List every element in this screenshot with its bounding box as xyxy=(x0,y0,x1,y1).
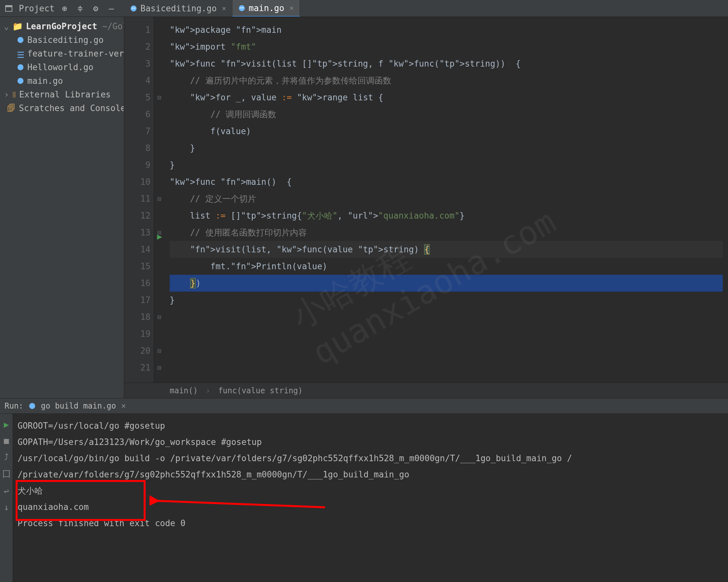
root-name: LearnGoProject xyxy=(26,22,97,31)
project-tree: ⌄ 📁 LearnGoProject ~/Gola Basicediting.g… xyxy=(0,17,124,115)
jump-icon[interactable]: ⤴ xyxy=(4,452,8,462)
svg-point-4 xyxy=(134,7,135,9)
top-bar: Project ⊕ ≑ ⚙ — Basicediting.go × main.g… xyxy=(0,0,728,17)
close-icon[interactable]: × xyxy=(121,401,126,411)
library-icon: ⫴ xyxy=(12,90,16,100)
tree-root[interactable]: ⌄ 📁 LearnGoProject ~/Gola xyxy=(2,20,124,33)
line-number: 14 xyxy=(124,241,151,258)
svg-rect-1 xyxy=(5,5,12,7)
stop-icon[interactable]: ■ xyxy=(4,436,9,446)
line-number: 12 xyxy=(124,207,151,224)
svg-point-5 xyxy=(239,5,245,11)
svg-point-9 xyxy=(18,64,23,70)
project-view-icon[interactable] xyxy=(3,3,14,14)
line-number: 4 xyxy=(124,72,151,89)
tree-file[interactable]: main.go xyxy=(2,74,124,88)
tree-file[interactable]: ☰ feature-trainer-versio xyxy=(2,47,124,60)
tree-file-label: main.go xyxy=(27,76,63,86)
line-number: 13▶ xyxy=(124,224,151,241)
list-file-icon: ☰ xyxy=(17,50,24,57)
run-gutter-icon[interactable]: ▶ xyxy=(157,228,162,245)
run-label: Run: xyxy=(4,401,23,411)
project-sidebar[interactable]: ⌄ 📁 LearnGoProject ~/Gola Basicediting.g… xyxy=(0,17,124,398)
toolbar-left: Project ⊕ ≑ ⚙ — xyxy=(0,3,124,14)
svg-point-10 xyxy=(18,78,23,84)
line-number: 5 xyxy=(124,89,151,106)
tree-file-label: Helloworld.go xyxy=(27,62,94,72)
chevron-right-icon: › xyxy=(206,386,210,395)
layout-icon[interactable]: 囗 xyxy=(2,468,11,480)
line-number: 20 xyxy=(124,342,151,359)
tree-file[interactable]: Helloworld.go xyxy=(2,60,124,74)
breadcrumb-item[interactable]: func(value string) xyxy=(218,386,303,395)
gear-icon[interactable]: ⚙ xyxy=(90,3,101,14)
tree-file-label: feature-trainer-versio xyxy=(27,49,124,58)
project-label[interactable]: Project xyxy=(19,4,55,13)
line-number: 2 xyxy=(124,38,151,55)
svg-point-3 xyxy=(132,7,133,9)
tree-ext-libraries[interactable]: › ⫴ External Libraries xyxy=(2,88,124,101)
line-number: 7 xyxy=(124,123,151,140)
svg-point-8 xyxy=(18,37,23,43)
breadcrumb[interactable]: main() › func(value string) xyxy=(124,383,728,398)
annotation-box xyxy=(16,480,146,521)
line-number: 19 xyxy=(124,326,151,342)
minimize-icon[interactable]: — xyxy=(106,3,117,14)
line-number: 17 xyxy=(124,292,151,308)
close-icon[interactable]: × xyxy=(290,4,294,12)
annotation-arrow xyxy=(150,494,332,514)
run-config-name[interactable]: go build main.go xyxy=(41,401,116,411)
svg-point-2 xyxy=(131,5,136,11)
console-output[interactable]: GOROOT=/usr/local/go #gosetupGOPATH=/Use… xyxy=(13,414,728,582)
editor: 1 2 3 4 5 6 7 8 9 10 11 12 13▶ 14 15 16 … xyxy=(124,17,728,398)
target-icon[interactable]: ⊕ xyxy=(59,3,70,14)
fold-strip[interactable]: ⊟ ⊟ ⊟ ⊟⊟⊟ xyxy=(154,17,164,383)
source-code[interactable]: "kw">package "fn">main"kw">import "fmt""… xyxy=(164,17,728,383)
svg-point-7 xyxy=(242,7,243,8)
tree-scratches[interactable]: 🗐 Scratches and Consoles xyxy=(2,101,124,115)
tree-file-label: Basicediting.go xyxy=(27,35,104,45)
chevron-right-icon[interactable]: › xyxy=(4,90,9,100)
line-number: 11 xyxy=(124,190,151,207)
line-number: 9 xyxy=(124,157,151,173)
rerun-icon[interactable]: ▶ xyxy=(4,420,9,429)
line-number: 10 xyxy=(124,173,151,190)
folder-icon: 📁 xyxy=(12,22,23,31)
run-tool-header[interactable]: Run: go build main.go × xyxy=(0,398,728,414)
scratches-icon: 🗐 xyxy=(7,103,16,113)
line-number: 6 xyxy=(124,106,151,123)
line-number: 15 xyxy=(124,258,151,275)
run-gutter[interactable]: ▶ ■ ⤴ 囗 ↩ ↓ xyxy=(0,414,13,582)
main-area: ⌄ 📁 LearnGoProject ~/Gola Basicediting.g… xyxy=(0,17,728,398)
tab-main[interactable]: main.go × xyxy=(232,0,300,17)
breadcrumb-item[interactable]: main() xyxy=(170,386,198,395)
ext-lib-label: External Libraries xyxy=(19,90,111,100)
close-icon[interactable]: × xyxy=(222,4,226,12)
root-path: ~/Gola xyxy=(102,22,124,31)
tab-label: Basicediting.go xyxy=(140,4,217,13)
tab-label: main.go xyxy=(249,3,284,13)
scratches-label: Scratches and Consoles xyxy=(19,103,124,113)
chevron-down-icon[interactable]: ⌄ xyxy=(4,22,9,31)
line-number: 1 xyxy=(124,22,151,38)
svg-line-12 xyxy=(156,501,325,507)
scroll-icon[interactable]: ↓ xyxy=(4,502,9,512)
line-number: 3 xyxy=(124,55,151,72)
svg-point-6 xyxy=(240,7,241,8)
run-panel: ▶ ■ ⤴ 囗 ↩ ↓ GOROOT=/usr/local/go #gosetu… xyxy=(0,414,728,582)
tab-basicediting[interactable]: Basicediting.go × xyxy=(124,0,232,17)
line-gutter[interactable]: 1 2 3 4 5 6 7 8 9 10 11 12 13▶ 14 15 16 … xyxy=(124,17,154,383)
editor-tabs: Basicediting.go × main.go × xyxy=(124,0,300,17)
line-number: 8 xyxy=(124,140,151,157)
svg-point-11 xyxy=(29,403,35,409)
line-number: 21 xyxy=(124,359,151,376)
tree-file[interactable]: Basicediting.go xyxy=(2,33,124,47)
line-number: 18 xyxy=(124,308,151,326)
line-number: 16 xyxy=(124,275,151,292)
code-area: 1 2 3 4 5 6 7 8 9 10 11 12 13▶ 14 15 16 … xyxy=(124,17,728,383)
soft-wrap-icon[interactable]: ↩ xyxy=(4,486,9,496)
collapse-icon[interactable]: ≑ xyxy=(75,3,86,14)
